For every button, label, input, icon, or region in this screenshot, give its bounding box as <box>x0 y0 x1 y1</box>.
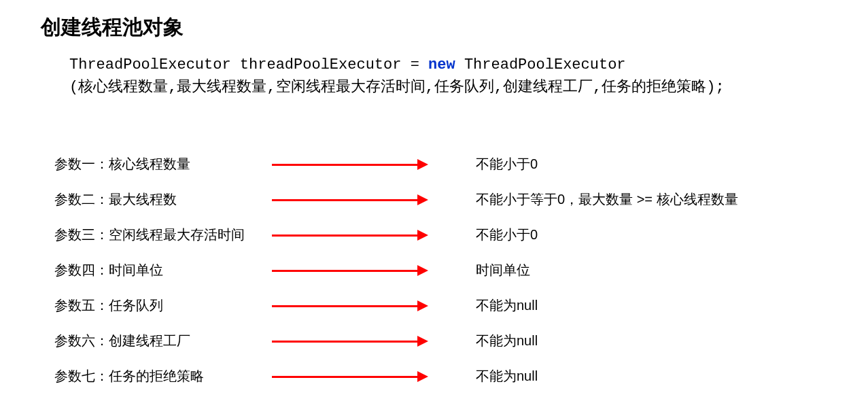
arrow-cell <box>272 305 449 306</box>
param-row: 参数二：最大线程数 不能小于等于0，最大数量 >= 核心线程数量 <box>54 181 827 217</box>
page-title: 创建线程池对象 <box>41 14 827 41</box>
code-keyword-new: new <box>428 56 455 73</box>
arrow-icon <box>272 305 428 306</box>
arrow-icon <box>272 163 428 164</box>
arrow-cell <box>272 340 449 341</box>
param-constraint: 不能小于0 <box>476 155 538 173</box>
code-text: ThreadPoolExecutor <box>455 56 626 73</box>
arrow-cell <box>272 198 449 200</box>
param-label: 参数六：创建线程工厂 <box>54 332 272 350</box>
param-row: 参数七：任务的拒绝策略 不能为null <box>54 358 827 394</box>
arrow-cell <box>272 375 449 377</box>
param-row: 参数四：时间单位 时间单位 <box>54 252 827 288</box>
arrow-icon <box>272 198 428 200</box>
param-row: 参数三：空闲线程最大存活时间 不能小于0 <box>54 217 827 252</box>
param-constraint: 时间单位 <box>476 261 530 279</box>
param-constraint: 不能为null <box>476 367 538 385</box>
param-label: 参数一：核心线程数量 <box>54 155 272 173</box>
param-label: 参数七：任务的拒绝策略 <box>54 367 272 385</box>
param-row: 参数六：创建线程工厂 不能为null <box>54 323 827 358</box>
arrow-icon <box>272 375 428 377</box>
arrow-icon <box>272 234 428 235</box>
param-constraint: 不能小于等于0，最大数量 >= 核心线程数量 <box>476 190 738 209</box>
code-line-1: ThreadPoolExecutor threadPoolExecutor = … <box>69 54 827 76</box>
param-constraint: 不能为null <box>476 332 538 350</box>
arrow-icon <box>272 340 428 341</box>
arrow-cell <box>272 163 449 164</box>
param-constraint: 不能小于0 <box>476 226 538 244</box>
param-label: 参数三：空闲线程最大存活时间 <box>54 226 272 244</box>
param-label: 参数四：时间单位 <box>54 261 272 279</box>
arrow-cell <box>272 234 449 235</box>
param-row: 参数一：核心线程数量 不能小于0 <box>54 146 827 181</box>
param-label: 参数五：任务队列 <box>54 296 272 315</box>
param-label: 参数二：最大线程数 <box>54 190 272 209</box>
parameter-list: 参数一：核心线程数量 不能小于0 参数二：最大线程数 不能小于等于0，最大数量 … <box>54 146 827 394</box>
code-line-2: (核心线程数量,最大线程数量,空闲线程最大存活时间,任务队列,创建线程工厂,任务… <box>69 76 827 99</box>
code-snippet: ThreadPoolExecutor threadPoolExecutor = … <box>69 54 827 99</box>
param-constraint: 不能为null <box>476 296 538 315</box>
code-text: ThreadPoolExecutor threadPoolExecutor = <box>69 56 428 73</box>
param-row: 参数五：任务队列 不能为null <box>54 288 827 323</box>
arrow-icon <box>272 269 428 271</box>
arrow-cell <box>272 269 449 271</box>
